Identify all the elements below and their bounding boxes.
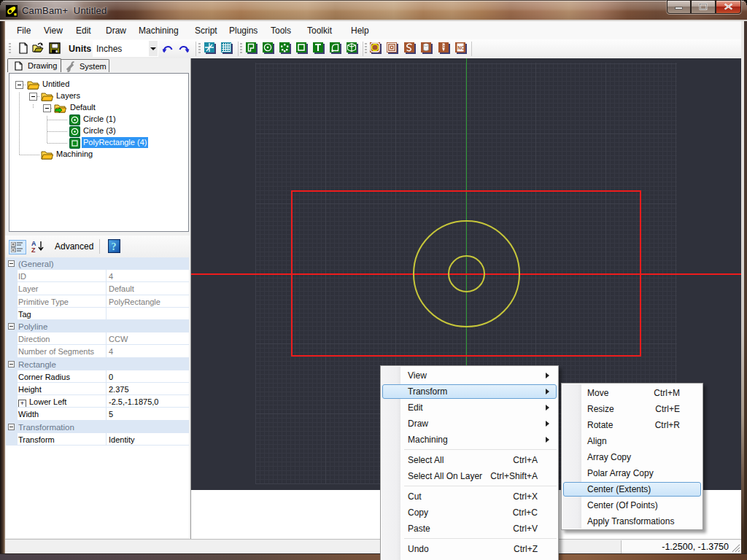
svg-text:NC: NC [457, 45, 465, 50]
svg-text:?: ? [112, 241, 117, 252]
svg-text:Z: Z [31, 246, 36, 253]
